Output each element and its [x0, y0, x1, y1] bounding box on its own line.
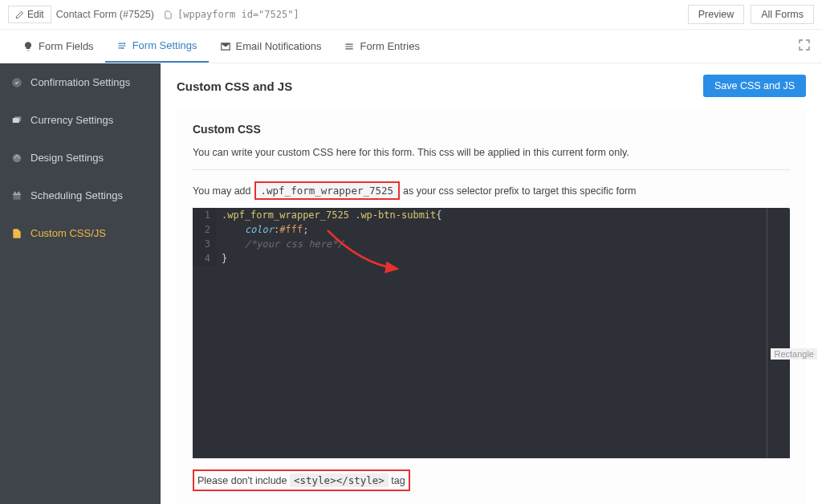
tab-form-entries[interactable]: Form Entries [332, 30, 430, 63]
check-circle-icon [11, 77, 22, 88]
section-heading: Custom CSS [193, 123, 790, 136]
tab-label: Form Fields [39, 40, 94, 52]
pencil-icon [15, 10, 24, 19]
style-tag-note: Please don't include <style></style> tag [193, 469, 410, 491]
page-title: Custom CSS and JS [177, 79, 292, 93]
divider [193, 169, 790, 170]
main-tabs: Form Fields Form Settings Email Notifica… [0, 30, 822, 63]
svg-point-0 [123, 42, 124, 43]
prefix-hint: You may add .wpf_form_wrapper_7525 as yo… [193, 181, 790, 200]
save-button[interactable]: Save CSS and JS [703, 75, 806, 97]
sidebar-item-label: Design Settings [31, 152, 104, 164]
list-icon [344, 41, 355, 52]
svg-point-1 [122, 47, 124, 48]
file-icon [164, 10, 173, 19]
edit-button[interactable]: Edit [8, 6, 51, 23]
svg-point-6 [14, 156, 16, 157]
bulb-icon [22, 41, 34, 52]
sidebar-item-confirmation[interactable]: Confirmation Settings [0, 63, 161, 101]
sidebar-item-scheduling[interactable]: Scheduling Settings [0, 177, 161, 214]
expand-icon[interactable] [798, 39, 811, 54]
tab-email-notifications[interactable]: Email Notifications [209, 30, 333, 63]
content-area: Custom CSS and JS Save CSS and JS Custom… [161, 63, 822, 504]
settings-sidebar: Confirmation Settings Currency Settings … [0, 63, 161, 504]
sidebar-item-currency[interactable]: Currency Settings [0, 101, 161, 139]
form-title: Contact Form (#7525) [56, 9, 154, 20]
prefix-code-chip: .wpf_form_wrapper_7525 [254, 181, 401, 200]
custom-css-section: Custom CSS You can write your custom CSS… [177, 108, 806, 504]
css-editor[interactable]: 1.wpf_form_wrapper_7525 .wp-btn-submit{ … [193, 208, 790, 458]
edit-label: Edit [27, 9, 44, 20]
sidebar-item-label: Scheduling Settings [31, 189, 123, 201]
tab-label: Form Settings [132, 39, 197, 51]
palette-icon [11, 152, 22, 164]
top-bar: Edit Contact Form (#7525) [wppayform id=… [0, 0, 822, 30]
note-code: <style></style> [290, 474, 389, 487]
sliders-icon [116, 40, 128, 51]
tab-form-settings[interactable]: Form Settings [105, 30, 209, 63]
section-description: You can write your custom CSS here for t… [193, 147, 790, 158]
currency-icon [11, 115, 22, 126]
svg-rect-9 [13, 192, 20, 199]
svg-point-8 [18, 156, 19, 157]
calendar-icon [11, 190, 22, 201]
code-file-icon [11, 228, 22, 239]
preview-button[interactable]: Preview [688, 5, 744, 24]
editor-ruler [767, 208, 767, 458]
envelope-icon [220, 41, 231, 52]
sidebar-item-design[interactable]: Design Settings [0, 139, 161, 177]
tab-label: Form Entries [360, 40, 419, 52]
shortcode-text: [wppayform id="7525"] [177, 9, 299, 20]
rectangle-label: Rectangle [771, 348, 817, 360]
tab-form-fields[interactable]: Form Fields [11, 30, 105, 63]
svg-rect-4 [14, 116, 21, 121]
sidebar-item-label: Custom CSS/JS [31, 227, 106, 239]
sidebar-item-label: Currency Settings [31, 114, 113, 126]
sidebar-item-label: Confirmation Settings [31, 76, 130, 88]
all-forms-button[interactable]: All Forms [751, 5, 814, 24]
sidebar-item-custom-css[interactable]: Custom CSS/JS [0, 214, 161, 252]
tab-label: Email Notifications [236, 40, 322, 52]
svg-point-7 [16, 155, 18, 156]
